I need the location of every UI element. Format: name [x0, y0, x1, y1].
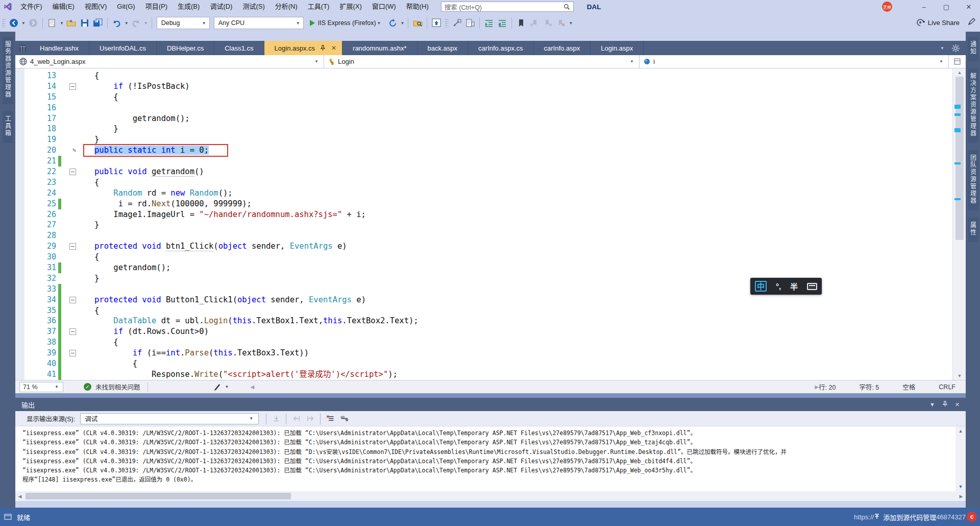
close-button[interactable]: ✕ [958, 0, 980, 13]
menu-item-8[interactable]: 分析(N) [270, 0, 303, 13]
find-message-icon[interactable] [270, 413, 282, 424]
scroll-up-arrow[interactable]: ▲ [953, 68, 966, 77]
menu-item-2[interactable]: 视图(V) [80, 0, 112, 13]
collapse-toggle-icon[interactable] [69, 297, 76, 303]
code-editor[interactable]: 13{14 if (!IsPostBack)15 {1617 getrandom… [15, 68, 966, 380]
browse-with-icon[interactable] [411, 17, 424, 29]
line-ending-indicator[interactable]: CRLF [939, 384, 955, 391]
code-line-21[interactable]: 21 [15, 156, 952, 166]
account-avatar[interactable]: 艺林 [882, 2, 892, 12]
code-line-38[interactable]: 38 { [15, 337, 952, 348]
right-panel-tab-3[interactable]: 属性 [968, 218, 978, 242]
view-in-browser-icon[interactable] [430, 17, 443, 29]
menu-item-3[interactable]: Git(G) [112, 0, 140, 13]
code-line-36[interactable]: 36 DataTable dt = ubl.Login(this.TextBox… [15, 316, 952, 326]
ime-width-mode[interactable]: 半 [790, 281, 798, 292]
code-line-27[interactable]: 27} [15, 220, 952, 230]
collapse-toggle-icon[interactable] [69, 350, 76, 356]
code-line-15[interactable]: 15 { [15, 92, 952, 103]
breadcrumb-member-dropdown[interactable]: i ▼ [640, 55, 948, 68]
breadcrumb-file-dropdown[interactable]: 4_web_Login.aspx ▼ [15, 55, 324, 68]
back-dropdown-caret[interactable]: ▼ [21, 21, 26, 26]
code-line-18[interactable]: 18 } [15, 124, 952, 134]
save-all-icon[interactable] [92, 17, 104, 29]
navigate-back-icon[interactable] [8, 17, 20, 29]
code-line-14[interactable]: 14 if (!IsPostBack) [15, 81, 952, 92]
next-message-icon[interactable] [304, 413, 316, 424]
tab-close-icon[interactable]: ✕ [330, 44, 338, 52]
refresh-dropdown-caret[interactable]: ▼ [401, 21, 405, 26]
left-panel-tab-1[interactable]: 工具箱 [3, 111, 13, 143]
tab-login-aspx-cs[interactable]: Login.aspx.cs✕ [264, 41, 343, 55]
code-line-41[interactable]: 41 Response.Write("<script>alert('登录成功')… [15, 369, 952, 380]
code-line-40[interactable]: 40 { [15, 358, 952, 369]
output-horizontal-scrollbar[interactable]: ◀ ▶ [15, 491, 966, 501]
redo-dropdown-caret[interactable]: ▼ [144, 21, 148, 26]
new-dropdown-caret[interactable]: ▼ [60, 21, 64, 26]
menu-item-9[interactable]: 工具(T) [303, 0, 335, 13]
attach-process-icon[interactable] [451, 17, 463, 29]
output-pin-icon[interactable] [942, 401, 948, 408]
breadcrumb-type-dropdown[interactable]: Login ▼ [324, 55, 640, 68]
code-line-19[interactable]: 19} [15, 134, 952, 145]
collapse-toggle-icon[interactable] [69, 169, 76, 175]
clear-all-icon[interactable] [324, 413, 336, 424]
output-log-list[interactable]: “iisexpress.exe” (CLR v4.0.30319: /LM/W3… [15, 426, 954, 491]
tab-carinfo-aspx[interactable]: carInfo.aspx [534, 41, 591, 55]
undo-icon[interactable] [111, 17, 123, 29]
code-line-37[interactable]: 37 if (dt.Rows.Count>0) [15, 326, 952, 337]
right-panel-tab-0[interactable]: 通知 [968, 37, 978, 61]
output-hscroll-right-arrow[interactable]: ▶ [957, 491, 966, 501]
hscroll-right-arrow[interactable]: ▶ [815, 384, 819, 390]
scrollbar-thumb[interactable] [955, 77, 964, 240]
collapse-toggle-icon[interactable] [69, 328, 76, 335]
bookmark-icon[interactable] [515, 17, 527, 29]
code-line-16[interactable]: 16 [15, 103, 952, 113]
code-line-22[interactable]: 22public void getrandom() [15, 166, 952, 177]
menu-item-5[interactable]: 生成(B) [173, 0, 205, 13]
collapse-toggle-icon[interactable] [69, 243, 76, 250]
code-line-29[interactable]: 29protected void btn1_Click(object sende… [15, 241, 952, 252]
next-bookmark-icon[interactable] [542, 17, 554, 29]
tab-list-caret[interactable]: ▼ [940, 46, 944, 51]
menu-item-11[interactable]: 窗口(W) [367, 0, 401, 13]
indent-decrease-icon[interactable] [483, 17, 495, 29]
code-line-30[interactable]: 30{ [15, 252, 952, 262]
output-hscroll-thumb[interactable] [26, 493, 291, 499]
refresh-icon[interactable] [387, 17, 399, 29]
tab-back-aspx[interactable]: back.aspx [418, 41, 469, 55]
toolbar-grip[interactable] [2, 18, 5, 28]
background-tasks-icon[interactable] [4, 514, 12, 520]
menu-item-0[interactable]: 文件(F) [15, 0, 47, 13]
previous-message-icon[interactable] [290, 413, 302, 424]
split-window-button[interactable] [948, 55, 966, 68]
clear-bookmarks-icon[interactable] [555, 17, 567, 29]
configuration-select[interactable]: Debug ▼ [157, 17, 210, 29]
code-line-39[interactable]: 39 if (i==int.Parse(this.TextBox3.Text)) [15, 348, 952, 358]
tab-handler-ashx[interactable]: Handler.ashx [30, 41, 89, 55]
zoom-select[interactable]: 71 % ▼ [19, 382, 63, 392]
minimize-button[interactable]: – [913, 0, 935, 13]
platform-select[interactable]: Any CPU ▼ [214, 17, 304, 29]
output-close-icon[interactable]: ✕ [955, 401, 960, 408]
open-file-icon[interactable] [65, 17, 78, 29]
ink-caret[interactable]: ▼ [225, 385, 229, 389]
search-input[interactable]: 搜索 (Ctrl+Q) [441, 2, 574, 12]
ime-language-mode[interactable]: 中 [755, 281, 767, 292]
hscroll-left-arrow[interactable]: ◀ [250, 384, 254, 390]
tab-login-aspx[interactable]: Login.aspx [591, 41, 644, 55]
left-panel-tab-0[interactable]: 服务器资源管理器 [3, 37, 13, 104]
ime-punctuation-mode[interactable]: °, [776, 282, 781, 291]
menu-item-6[interactable]: 调试(D) [205, 0, 237, 13]
undo-dropdown-caret[interactable]: ▼ [125, 21, 129, 26]
document-well-icon[interactable] [15, 41, 30, 55]
add-to-source-control-button[interactable]: 添加到源代码管理 [874, 512, 936, 522]
tab-carinfo-aspx-cs[interactable]: carInfo.aspx.cs [468, 41, 533, 55]
menu-item-4[interactable]: 项目(P) [140, 0, 173, 13]
output-position-caret[interactable]: ▼ [929, 401, 935, 408]
menu-item-7[interactable]: 测试(S) [237, 0, 270, 13]
ime-toolbar[interactable]: 中 °, 半 [750, 278, 822, 295]
ime-softkeyboard-icon[interactable] [807, 283, 817, 290]
code-line-28[interactable]: 28 [15, 230, 952, 241]
live-share-button[interactable]: Live Share [916, 16, 960, 29]
